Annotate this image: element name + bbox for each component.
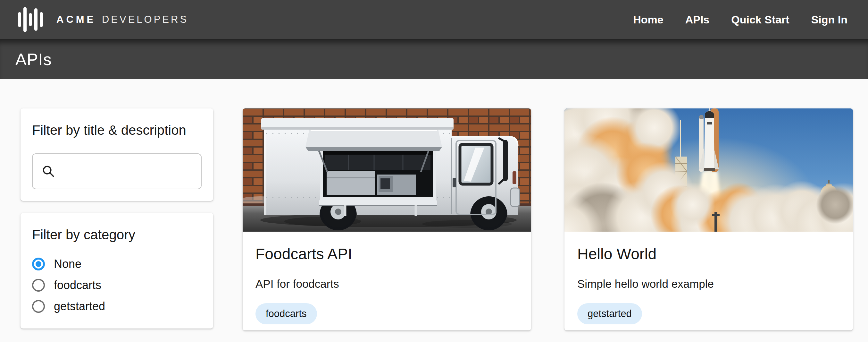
- radio-icon[interactable]: [32, 279, 45, 292]
- search-input[interactable]: [62, 165, 211, 178]
- radio-icon[interactable]: [32, 258, 45, 270]
- search-icon: [41, 164, 56, 179]
- category-chip: foodcarts: [255, 303, 317, 324]
- main-content: Filter by title & description Filter by …: [0, 79, 868, 331]
- category-chip: getstarted: [577, 303, 642, 324]
- brand-name: ACME: [56, 14, 96, 25]
- radio-label: foodcarts: [54, 279, 101, 292]
- category-filter-heading: Filter by category: [32, 227, 202, 243]
- radio-option-none[interactable]: None: [32, 253, 202, 275]
- category-radio-group: None foodcarts getstarted: [32, 253, 202, 317]
- page-header: APIs: [0, 39, 868, 79]
- brand-logo-icon: [18, 6, 43, 33]
- filters-sidebar: Filter by title & description Filter by …: [21, 109, 213, 331]
- nav-link-quick-start[interactable]: Quick Start: [731, 13, 789, 26]
- radio-option-foodcarts[interactable]: foodcarts: [32, 275, 202, 296]
- radio-label: getstarted: [54, 300, 105, 313]
- nav-link-home[interactable]: Home: [633, 13, 663, 26]
- nav-link-apis[interactable]: APIs: [685, 13, 710, 26]
- api-description: API for foodcarts: [255, 278, 518, 290]
- radio-option-getstarted[interactable]: getstarted: [32, 296, 202, 317]
- rocket-launch-image: [564, 109, 853, 232]
- brand-text: ACME DEVELOPERS: [56, 14, 188, 25]
- title-filter-card: Filter by title & description: [21, 109, 213, 201]
- api-card-foodcarts[interactable]: Foodcarts API API for foodcarts foodcart…: [243, 109, 531, 331]
- food-truck-image: [243, 109, 531, 232]
- page-title: APIs: [16, 50, 52, 69]
- api-description: Simple hello world example: [577, 278, 840, 290]
- nav-link-sign-in[interactable]: Sign In: [811, 13, 847, 26]
- category-filter-card: Filter by category None foodcarts getsta…: [21, 213, 213, 329]
- title-filter-heading: Filter by title & description: [32, 122, 202, 138]
- radio-icon[interactable]: [32, 300, 45, 313]
- top-navbar: ACME DEVELOPERS Home APIs Quick Start Si…: [0, 0, 868, 39]
- api-card-body: Foodcarts API API for foodcarts foodcart…: [243, 232, 531, 324]
- api-card-body: Hello World Simple hello world example g…: [564, 232, 853, 324]
- search-box[interactable]: [32, 153, 202, 189]
- api-title: Hello World: [577, 245, 840, 263]
- api-title: Foodcarts API: [255, 245, 518, 263]
- nav-links: Home APIs Quick Start Sign In: [611, 13, 847, 26]
- api-card-hello-world[interactable]: Hello World Simple hello world example g…: [564, 109, 853, 331]
- brand[interactable]: ACME DEVELOPERS: [18, 6, 188, 33]
- api-cards-grid: Foodcarts API API for foodcarts foodcart…: [243, 109, 853, 331]
- brand-suffix: DEVELOPERS: [102, 14, 188, 25]
- radio-label: None: [54, 257, 82, 271]
